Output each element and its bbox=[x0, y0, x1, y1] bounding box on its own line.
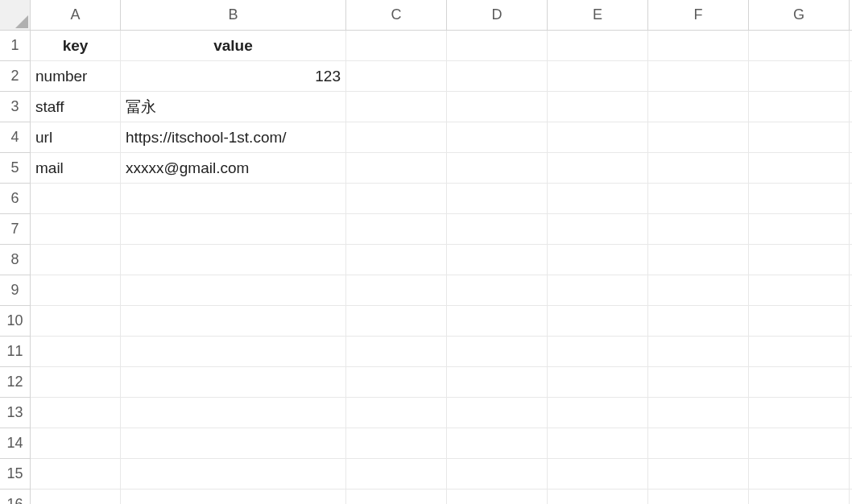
cell-B2[interactable]: 123 bbox=[121, 61, 346, 92]
column-header-A[interactable]: A bbox=[31, 0, 121, 31]
cell-G14[interactable] bbox=[749, 428, 850, 459]
row-header-5[interactable]: 5 bbox=[0, 153, 31, 184]
cell-F4[interactable] bbox=[648, 122, 749, 153]
cell-A10[interactable] bbox=[31, 306, 121, 337]
cell-A9[interactable] bbox=[31, 275, 121, 306]
row-header-8[interactable]: 8 bbox=[0, 245, 31, 275]
cell-C6[interactable] bbox=[346, 184, 447, 214]
cell-B4[interactable]: https://itschool-1st.com/ bbox=[121, 122, 346, 153]
cell-F7[interactable] bbox=[648, 214, 749, 245]
cell-C8[interactable] bbox=[346, 245, 447, 275]
cell-B1[interactable]: value bbox=[121, 31, 346, 61]
cell-E15[interactable] bbox=[548, 459, 648, 490]
cell-F11[interactable] bbox=[648, 337, 749, 367]
cell-D12[interactable] bbox=[447, 367, 548, 398]
row-header-1[interactable]: 1 bbox=[0, 31, 31, 61]
cell-E1[interactable] bbox=[548, 31, 648, 61]
cell-D8[interactable] bbox=[447, 245, 548, 275]
cell-E9[interactable] bbox=[548, 275, 648, 306]
cell-E12[interactable] bbox=[548, 367, 648, 398]
row-header-16[interactable]: 16 bbox=[0, 490, 31, 504]
cell-C16[interactable] bbox=[346, 490, 447, 504]
cell-D15[interactable] bbox=[447, 459, 548, 490]
cell-A5[interactable]: mail bbox=[31, 153, 121, 184]
column-header-F[interactable]: F bbox=[648, 0, 749, 31]
cell-E16[interactable] bbox=[548, 490, 648, 504]
cell-B5[interactable]: xxxxx@gmail.com bbox=[121, 153, 346, 184]
cell-G3[interactable] bbox=[749, 92, 850, 122]
cell-G10[interactable] bbox=[749, 306, 850, 337]
cell-E14[interactable] bbox=[548, 428, 648, 459]
column-header-C[interactable]: C bbox=[346, 0, 447, 31]
cell-A15[interactable] bbox=[31, 459, 121, 490]
cell-E5[interactable] bbox=[548, 153, 648, 184]
cell-G5[interactable] bbox=[749, 153, 850, 184]
cell-G8[interactable] bbox=[749, 245, 850, 275]
cell-F5[interactable] bbox=[648, 153, 749, 184]
cell-G1[interactable] bbox=[749, 31, 850, 61]
cell-B13[interactable] bbox=[121, 398, 346, 428]
row-header-14[interactable]: 14 bbox=[0, 428, 31, 459]
column-header-E[interactable]: E bbox=[548, 0, 648, 31]
cell-B8[interactable] bbox=[121, 245, 346, 275]
cell-E4[interactable] bbox=[548, 122, 648, 153]
cell-G13[interactable] bbox=[749, 398, 850, 428]
row-header-2[interactable]: 2 bbox=[0, 61, 31, 92]
cell-E2[interactable] bbox=[548, 61, 648, 92]
cell-D3[interactable] bbox=[447, 92, 548, 122]
row-header-9[interactable]: 9 bbox=[0, 275, 31, 306]
cell-D6[interactable] bbox=[447, 184, 548, 214]
cell-B9[interactable] bbox=[121, 275, 346, 306]
row-header-13[interactable]: 13 bbox=[0, 398, 31, 428]
cell-G4[interactable] bbox=[749, 122, 850, 153]
cell-F1[interactable] bbox=[648, 31, 749, 61]
cell-F10[interactable] bbox=[648, 306, 749, 337]
cell-F3[interactable] bbox=[648, 92, 749, 122]
cell-A14[interactable] bbox=[31, 428, 121, 459]
row-header-3[interactable]: 3 bbox=[0, 92, 31, 122]
cell-C13[interactable] bbox=[346, 398, 447, 428]
cell-F9[interactable] bbox=[648, 275, 749, 306]
cell-B15[interactable] bbox=[121, 459, 346, 490]
cell-C4[interactable] bbox=[346, 122, 447, 153]
row-header-7[interactable]: 7 bbox=[0, 214, 31, 245]
cell-A16[interactable] bbox=[31, 490, 121, 504]
cell-E10[interactable] bbox=[548, 306, 648, 337]
cell-B12[interactable] bbox=[121, 367, 346, 398]
cell-E8[interactable] bbox=[548, 245, 648, 275]
cell-F8[interactable] bbox=[648, 245, 749, 275]
cell-G11[interactable] bbox=[749, 337, 850, 367]
cell-F14[interactable] bbox=[648, 428, 749, 459]
cell-D13[interactable] bbox=[447, 398, 548, 428]
cell-A4[interactable]: url bbox=[31, 122, 121, 153]
cell-F16[interactable] bbox=[648, 490, 749, 504]
cell-A2[interactable]: number bbox=[31, 61, 121, 92]
cell-F12[interactable] bbox=[648, 367, 749, 398]
cell-D16[interactable] bbox=[447, 490, 548, 504]
cell-B7[interactable] bbox=[121, 214, 346, 245]
row-header-15[interactable]: 15 bbox=[0, 459, 31, 490]
select-all-corner[interactable] bbox=[0, 0, 31, 31]
cell-C5[interactable] bbox=[346, 153, 447, 184]
row-header-12[interactable]: 12 bbox=[0, 367, 31, 398]
cell-A6[interactable] bbox=[31, 184, 121, 214]
cell-D7[interactable] bbox=[447, 214, 548, 245]
cell-B10[interactable] bbox=[121, 306, 346, 337]
cell-B11[interactable] bbox=[121, 337, 346, 367]
cell-E6[interactable] bbox=[548, 184, 648, 214]
cell-G16[interactable] bbox=[749, 490, 850, 504]
cell-E11[interactable] bbox=[548, 337, 648, 367]
cell-D11[interactable] bbox=[447, 337, 548, 367]
cell-A8[interactable] bbox=[31, 245, 121, 275]
cell-D4[interactable] bbox=[447, 122, 548, 153]
cell-C14[interactable] bbox=[346, 428, 447, 459]
cell-G7[interactable] bbox=[749, 214, 850, 245]
cell-A13[interactable] bbox=[31, 398, 121, 428]
cell-C1[interactable] bbox=[346, 31, 447, 61]
cell-A12[interactable] bbox=[31, 367, 121, 398]
cell-G15[interactable] bbox=[749, 459, 850, 490]
cell-C2[interactable] bbox=[346, 61, 447, 92]
cell-E7[interactable] bbox=[548, 214, 648, 245]
cell-F2[interactable] bbox=[648, 61, 749, 92]
cell-C9[interactable] bbox=[346, 275, 447, 306]
